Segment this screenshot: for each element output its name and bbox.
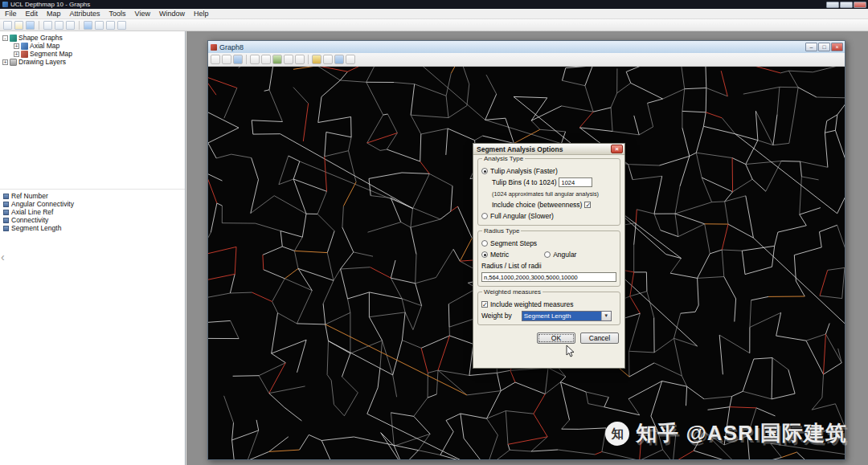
shape-graphs-tree: - Shape Graphs + Axial Map + Segment Map…	[0, 31, 185, 66]
measure-icon[interactable]	[261, 55, 271, 64]
new-file-icon[interactable]	[3, 21, 12, 30]
undo-icon[interactable]	[95, 21, 104, 30]
include-weighted-checkbox[interactable]: ✓	[481, 301, 488, 308]
attribute-item[interactable]: Segment Length	[3, 224, 185, 232]
maximize-button[interactable]	[840, 2, 853, 8]
child-minimize-button[interactable]: –	[805, 43, 817, 51]
attribute-item[interactable]: Angular Connectivity	[3, 200, 185, 208]
dialog-titlebar[interactable]: Segment Analysis Options ×	[473, 144, 624, 155]
copy-icon[interactable]	[66, 21, 75, 30]
attribute-item[interactable]: Axial Line Ref	[3, 208, 185, 216]
segment-steps-radio[interactable]	[481, 240, 488, 247]
attribute-label[interactable]: Ref Number	[11, 192, 48, 200]
ok-button[interactable]: OK	[537, 332, 575, 344]
grid-icon[interactable]	[272, 55, 282, 64]
close-button[interactable]	[854, 2, 866, 8]
expander-icon[interactable]: +	[2, 59, 8, 65]
menu-map[interactable]: Map	[47, 10, 61, 18]
menu-tools[interactable]: Tools	[109, 10, 126, 18]
attribute-label[interactable]: Connectivity	[11, 216, 48, 224]
dialog-close-button[interactable]: ×	[611, 145, 623, 153]
include-choice-row[interactable]: Include choice (betweenness) ✓	[481, 199, 616, 210]
tree-item-drawing-layers[interactable]: + Drawing Layers	[2, 58, 185, 66]
axial-map-icon	[21, 43, 28, 50]
attribute-item[interactable]: Ref Number	[3, 192, 185, 200]
tree-item-axial-map[interactable]: + Axial Map	[2, 42, 185, 50]
child-close-button[interactable]: ×	[831, 43, 843, 51]
weight-by-dropdown[interactable]: Segment Length ▼	[522, 311, 612, 321]
star-icon[interactable]	[312, 55, 321, 64]
line-icon[interactable]	[295, 55, 305, 64]
attribute-label[interactable]: Axial Line Ref	[11, 208, 53, 216]
menu-file[interactable]: File	[5, 10, 17, 18]
expander-icon[interactable]: -	[2, 35, 8, 41]
menu-attributes[interactable]: Attributes	[70, 10, 100, 18]
attribute-label[interactable]: Segment Length	[11, 224, 61, 232]
segment-steps-label: Segment Steps	[490, 239, 537, 247]
open-file-icon[interactable]	[14, 21, 23, 30]
cut-icon[interactable]	[55, 21, 63, 30]
radius-list-label-row: Radius / List of radii	[481, 260, 616, 271]
save-icon[interactable]	[26, 21, 35, 30]
child-maximize-button[interactable]: □	[818, 43, 830, 51]
tulip-analysis-radio[interactable]	[481, 168, 488, 174]
cancel-button[interactable]: Cancel	[580, 332, 619, 344]
metric-radio[interactable]	[481, 251, 488, 258]
zoom-out-icon[interactable]	[250, 55, 260, 64]
pencil-icon[interactable]	[284, 55, 293, 64]
help-icon[interactable]	[346, 55, 355, 64]
attribute-list: Ref Number Angular Connectivity Axial Li…	[0, 189, 185, 232]
menu-window[interactable]: Window	[159, 10, 185, 18]
attribute-label[interactable]: Angular Connectivity	[11, 200, 74, 208]
minimize-button[interactable]	[826, 2, 839, 8]
angular-label: Angular	[553, 251, 576, 259]
tulip-analysis-option[interactable]: Tulip Analysis (Faster)	[481, 165, 616, 177]
full-angular-option[interactable]: Full Angular (Slower)	[481, 210, 616, 222]
window-controls	[826, 2, 868, 8]
expander-icon[interactable]: +	[14, 51, 19, 57]
toolbar-separator	[39, 21, 39, 30]
pan-icon[interactable]	[222, 55, 231, 64]
prev-arrow-icon[interactable]: ‹	[1, 251, 5, 263]
include-choice-checkbox[interactable]: ✓	[584, 202, 591, 208]
menu-help[interactable]: Help	[194, 10, 209, 18]
radius-list-input[interactable]	[481, 272, 616, 282]
weight-by-selected-value[interactable]: Segment Length	[522, 312, 601, 320]
tree-item-label[interactable]: Segment Map	[30, 50, 72, 58]
include-weighted-label: Include weighted measures	[490, 300, 573, 308]
layers-icon[interactable]	[117, 21, 126, 30]
tree-item-shape-graphs[interactable]: - Shape Graphs	[2, 34, 185, 42]
menu-edit[interactable]: Edit	[26, 10, 39, 18]
group-legend: Radius Type	[482, 227, 521, 235]
tree-item-label[interactable]: Axial Map	[30, 42, 59, 50]
analysis-type-group: Analysis Type Tulip Analysis (Faster) Tu…	[477, 158, 620, 226]
tree-item-label[interactable]: Shape Graphs	[18, 34, 63, 42]
graph-window-titlebar[interactable]: Graph8 – □ ×	[208, 41, 845, 53]
menu-view[interactable]: View	[135, 10, 150, 18]
play-icon[interactable]	[323, 55, 333, 64]
tulip-bins-input[interactable]	[559, 177, 592, 187]
angular-radio[interactable]	[544, 251, 551, 258]
tree-item-label[interactable]: Drawing Layers	[18, 58, 66, 66]
attribute-item[interactable]: Connectivity	[3, 216, 185, 224]
paste-icon[interactable]	[84, 21, 92, 30]
full-angular-radio[interactable]	[481, 213, 488, 219]
print-icon[interactable]	[43, 21, 52, 30]
zoom-in-icon[interactable]	[233, 55, 243, 64]
grid-icon[interactable]	[106, 21, 115, 30]
chevron-down-icon[interactable]: ▼	[601, 312, 611, 320]
select-icon[interactable]	[211, 55, 220, 64]
graph-window-controls: – □ ×	[805, 43, 843, 51]
weight-by-row: Weight by Segment Length ▼	[481, 310, 616, 321]
include-weighted-row[interactable]: ✓ Include weighted measures	[481, 299, 616, 310]
watermark: 知 知乎 @ASRI国际建筑	[605, 419, 847, 447]
main-toolbar	[0, 19, 868, 31]
segment-steps-option[interactable]: Segment Steps	[481, 238, 616, 249]
table-icon[interactable]	[334, 55, 344, 64]
titlebar: UCL Depthmap 10 - Graphs	[0, 0, 868, 9]
tree-item-segment-map[interactable]: + Segment Map	[2, 50, 185, 58]
dialog-body: Analysis Type Tulip Analysis (Faster) Tu…	[473, 155, 624, 344]
expander-icon[interactable]: +	[14, 43, 19, 49]
approx-note: (1024 approximates full angular analysis…	[492, 190, 599, 198]
shape-graphs-icon	[10, 35, 17, 42]
